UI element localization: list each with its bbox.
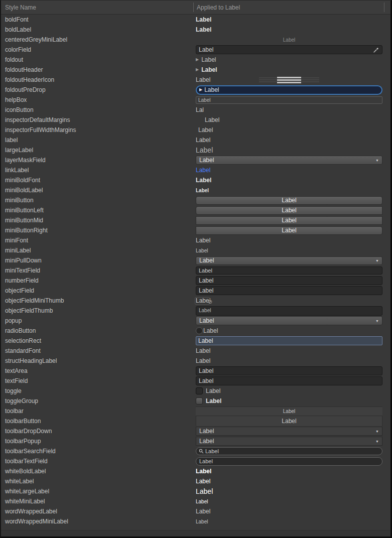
foldout-arrow-icon[interactable]: ▶ — [196, 58, 199, 62]
toolbar-popup[interactable]: Label ▼ — [196, 437, 382, 446]
style-name: wordWrappedLabel — [1, 508, 196, 515]
button-label: Label — [282, 418, 296, 425]
style-row-miniBoldLabel[interactable]: miniBoldLabel Label — [1, 185, 390, 195]
icon-button-sample[interactable]: Lal — [196, 106, 204, 113]
chevron-down-icon: ▼ — [375, 430, 379, 433]
style-row-iconButton[interactable]: iconButton Lal — [1, 105, 390, 115]
style-row-whiteMiniLabel[interactable]: whiteMiniLabel Label — [1, 496, 390, 506]
color-field[interactable]: Label — [196, 45, 382, 54]
style-row-toolbarPopup[interactable]: toolbarPopup Label ▼ — [1, 436, 390, 446]
object-picker-icon[interactable]: ⊘ — [208, 299, 212, 305]
object-field-thumb[interactable]: Label — [196, 306, 382, 316]
style-row-boldFont[interactable]: boldFont Label — [1, 15, 390, 25]
style-row-toolbarButton[interactable]: toolbarButton Label — [1, 416, 390, 426]
style-row-inspectorFullWidthMargins[interactable]: inspectorFullWidthMargins Label — [1, 125, 390, 135]
style-row-textField[interactable]: textField Label — [1, 376, 390, 386]
style-row-structHeadingLabel[interactable]: structHeadingLabel Label — [1, 356, 390, 366]
style-row-boldLabel[interactable]: boldLabel Label — [1, 25, 390, 35]
number-field[interactable]: Label — [196, 276, 382, 285]
style-row-toolbarSearchField[interactable]: toolbarSearchField Label — [1, 446, 390, 456]
style-row-colorField[interactable]: colorField Label — [1, 45, 390, 55]
style-row-whiteLargeLabel[interactable]: whiteLargeLabel Label — [1, 486, 390, 496]
toolbar-text-field[interactable]: Label — [196, 457, 382, 466]
style-row-whiteLabel[interactable]: whiteLabel Label — [1, 476, 390, 486]
checkbox[interactable] — [196, 397, 203, 405]
label-sample: Label — [196, 357, 210, 364]
style-name: inspectorFullWidthMargins — [1, 126, 196, 133]
style-row-layerMaskField[interactable]: layerMaskField Label ▼ — [1, 155, 390, 165]
column-divider[interactable] — [193, 3, 194, 12]
mini-button-mid[interactable]: Label — [196, 216, 382, 225]
style-row-miniButtonLeft[interactable]: miniButtonLeft Label — [1, 205, 390, 215]
style-row-miniPullDown[interactable]: miniPullDown Label ▼ — [1, 255, 390, 265]
style-row-foldoutPreDrop[interactable]: foldoutPreDrop ▶ Label — [1, 85, 390, 95]
style-row-wordWrappedMiniLabel[interactable]: wordWrappedMiniLabel Label — [1, 516, 390, 526]
options-menu-icon[interactable] — [196, 75, 382, 85]
style-row-toggle[interactable]: toggle Label — [1, 386, 390, 396]
style-row-toolbarTextField[interactable]: toolbarTextField Label — [1, 456, 390, 466]
style-row-linkLabel[interactable]: linkLabel Label — [1, 165, 390, 175]
style-row-toolbarDropDown[interactable]: toolbarDropDown Label ▼ — [1, 426, 390, 436]
predrop-label: Label — [204, 86, 219, 93]
mini-button[interactable]: Label — [196, 196, 382, 205]
dropdown-text: Label — [199, 157, 214, 164]
style-row-whiteBoldLabel[interactable]: whiteBoldLabel Label — [1, 466, 390, 476]
style-row-standardFont[interactable]: standardFont Label — [1, 346, 390, 356]
mini-text-field[interactable]: Label — [196, 266, 382, 275]
style-row-numberField[interactable]: numberField Label — [1, 276, 390, 286]
style-row-miniFont[interactable]: miniFont Label — [1, 235, 390, 245]
style-name: toggleGroup — [1, 397, 196, 405]
toolbar-button[interactable]: Label — [196, 416, 382, 426]
column-header-style-name[interactable]: Style Name — [1, 4, 194, 11]
style-row-miniLabel[interactable]: miniLabel Label — [1, 245, 390, 255]
style-row-centeredGreyMiniLabel[interactable]: centeredGreyMiniLabel Label — [1, 35, 390, 45]
style-row-miniButtonRight[interactable]: miniButtonRight Label — [1, 225, 390, 235]
toolbar-search-field[interactable]: Label — [196, 447, 382, 455]
foldout-arrow-icon[interactable]: ▶ — [196, 68, 199, 72]
foldout-predrop-highlight[interactable]: ▶ Label — [196, 85, 382, 95]
style-row-largeLabel[interactable]: largeLabel Label — [1, 145, 390, 155]
style-row-selectionRect[interactable]: selectionRect Label — [1, 336, 390, 346]
mini-button-left[interactable]: Label — [196, 206, 382, 215]
selection-rect[interactable]: Label — [196, 336, 382, 345]
style-row-inspectorDefaultMargins[interactable]: inspectorDefaultMargins Label — [1, 115, 390, 125]
style-row-foldoutHeaderIcon[interactable]: foldoutHeaderIcon Label — [1, 75, 390, 85]
style-row-miniButton[interactable]: miniButton Label — [1, 195, 390, 205]
column-divider[interactable] — [384, 3, 384, 12]
style-row-objectFieldThumb[interactable]: objectFieldThumb Label — [1, 306, 390, 316]
style-row-miniBoldFont[interactable]: miniBoldFont Label — [1, 175, 390, 185]
style-row-miniButtonMid[interactable]: miniButtonMid Label — [1, 215, 390, 225]
eyedropper-icon[interactable] — [373, 47, 379, 53]
style-row-helpBox[interactable]: helpBox Label — [1, 95, 390, 105]
mini-button-right[interactable]: Label — [196, 226, 382, 235]
button-label: Label — [282, 217, 296, 224]
text-area[interactable]: Label — [196, 366, 382, 375]
style-row-radioButton[interactable]: radioButton Label — [1, 326, 390, 336]
foldout-arrow-icon: ▶ — [199, 88, 202, 92]
mini-pulldown[interactable]: Label ▼ — [196, 256, 382, 265]
style-row-toolbar[interactable]: toolbar Label — [1, 406, 390, 416]
style-row-popup[interactable]: popup Label ▼ — [1, 316, 390, 326]
object-field[interactable]: Label — [196, 286, 382, 295]
mini-label-sample: Label — [196, 248, 208, 253]
toolbar-label: Label — [283, 409, 295, 414]
style-name: miniBoldLabel — [1, 187, 196, 194]
column-header-applied-to-label[interactable]: Applied to Label — [194, 4, 390, 11]
style-row-textArea[interactable]: textArea Label — [1, 366, 390, 376]
object-field-mini-thumb[interactable]: Label ⊘ — [196, 297, 210, 304]
style-row-miniTextField[interactable]: miniTextField Label — [1, 265, 390, 276]
layer-mask-dropdown[interactable]: Label ▼ — [196, 156, 382, 165]
style-row-toggleGroup[interactable]: toggleGroup Label — [1, 396, 390, 406]
popup-dropdown[interactable]: Label ▼ — [196, 316, 382, 325]
style-row-foldoutHeader[interactable]: foldoutHeader ▶ Label — [1, 65, 390, 75]
style-row-label[interactable]: label Label — [1, 135, 390, 145]
style-row-foldout[interactable]: foldout ▶ Label — [1, 55, 390, 65]
toolbar-dropdown[interactable]: Label ▼ — [196, 427, 382, 436]
radio-button[interactable] — [196, 327, 203, 334]
style-row-objectField[interactable]: objectField Label — [1, 286, 390, 296]
checkbox[interactable] — [196, 387, 203, 394]
link-label-sample[interactable]: Label — [196, 167, 210, 174]
style-row-objectFieldMiniThumb[interactable]: objectFieldMiniThumb Label ⊘ — [1, 296, 390, 306]
style-row-wordWrappedLabel[interactable]: wordWrappedLabel Label — [1, 506, 390, 516]
text-field[interactable]: Label — [196, 376, 382, 385]
